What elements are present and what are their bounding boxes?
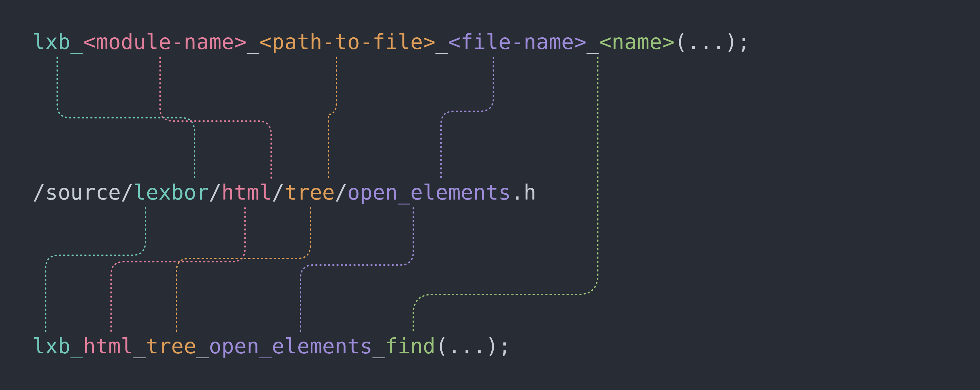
path-openelems: open_elements [347, 180, 511, 205]
connector-orange-bottom [177, 208, 310, 332]
concrete-function-line: lxb_html_tree_open_elements_find(...); [33, 334, 511, 359]
path-sep: / [272, 180, 285, 205]
module-name-token: <module-name> [83, 30, 247, 54]
example-path-line: /source/lexbor/html/tree/open_elements.h [33, 180, 536, 205]
fn-prefix: lxb_ [33, 334, 83, 358]
path-ext: .h [511, 180, 536, 205]
diagram-canvas: lxb_<module-name>_<path-to-file>_<file-n… [0, 0, 980, 390]
fn-openelems: open_elements [209, 334, 372, 358]
connector-purple-top [441, 57, 493, 178]
connector-teal-bottom [46, 208, 145, 332]
file-name-token: <file-name> [448, 30, 587, 54]
lxb-prefix: lxb_ [33, 30, 83, 54]
call-tail: (...); [436, 334, 511, 358]
path-to-file-token: <path-to-file> [259, 30, 436, 54]
separator: _ [196, 334, 209, 358]
path-sep: / [335, 180, 348, 205]
path-source: /source/ [33, 180, 133, 205]
fn-html: html [83, 334, 133, 358]
separator: _ [372, 334, 385, 358]
connector-orange-top [328, 57, 336, 178]
path-tree: tree [285, 180, 335, 205]
path-sep: / [209, 180, 221, 205]
fn-find: find [385, 334, 436, 358]
connector-teal-top [57, 57, 194, 178]
separator: _ [586, 30, 599, 54]
separator: _ [247, 30, 259, 54]
connector-pink-top [160, 57, 271, 178]
separator: _ [133, 334, 146, 358]
separator: _ [436, 30, 448, 54]
name-token: <name> [599, 30, 675, 54]
path-html: html [221, 180, 272, 205]
connector-purple-bottom [301, 208, 413, 332]
template-signature-line: lxb_<module-name>_<path-to-file>_<file-n… [33, 29, 750, 54]
connector-pink-bottom [111, 208, 245, 332]
call-tail: (...); [675, 30, 750, 54]
fn-tree: tree [146, 334, 196, 358]
path-lexbor: lexbor [133, 180, 209, 205]
